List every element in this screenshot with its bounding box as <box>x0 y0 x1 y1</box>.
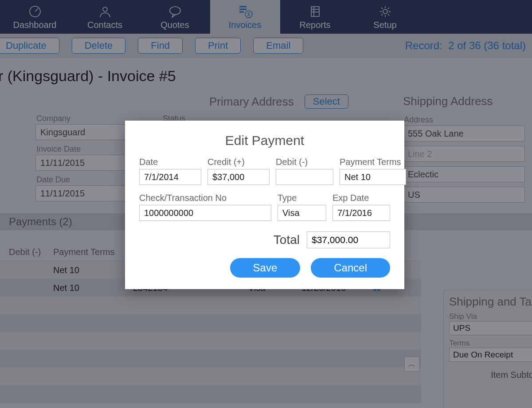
modal-debit-input[interactable] <box>276 169 333 185</box>
modal-type-input[interactable] <box>278 205 326 221</box>
cancel-button[interactable]: Cancel <box>311 258 390 278</box>
save-button[interactable]: Save <box>230 258 301 278</box>
modal-debit-label: Debit (-) <box>276 157 333 167</box>
modal-txn-label: Check/Transaction No <box>139 193 271 203</box>
modal-exp-label: Exp Date <box>332 193 390 203</box>
modal-total-label: Total <box>274 233 300 247</box>
modal-txn-input[interactable] <box>139 205 271 221</box>
edit-payment-modal: Edit Payment Date Credit (+) Debit (-) P… <box>125 121 404 289</box>
modal-total-input[interactable] <box>307 231 390 248</box>
modal-terms-label: Payment Terms <box>340 157 406 167</box>
modal-exp-input[interactable] <box>332 205 390 221</box>
modal-terms-input[interactable] <box>340 169 406 185</box>
modal-date-label: Date <box>139 157 201 167</box>
modal-credit-label: Credit (+) <box>207 157 270 167</box>
modal-type-label: Type <box>278 193 326 203</box>
modal-date-input[interactable] <box>139 169 201 185</box>
modal-title: Edit Payment <box>139 133 390 148</box>
modal-credit-input[interactable] <box>207 169 270 185</box>
